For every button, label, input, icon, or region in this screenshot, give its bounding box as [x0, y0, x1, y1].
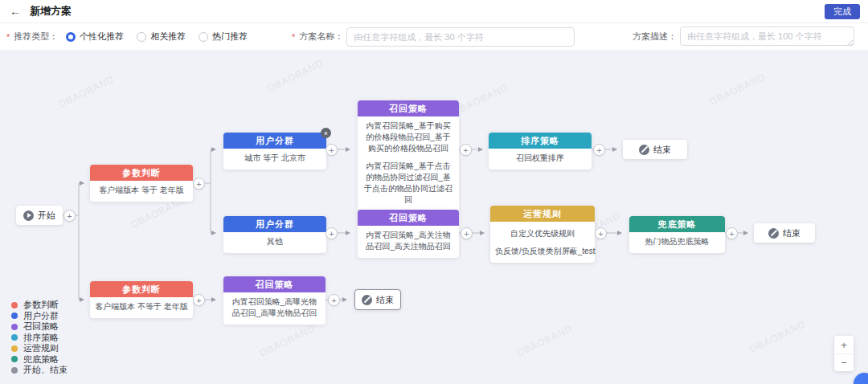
plan-desc-input[interactable] — [680, 27, 854, 46]
legend-item: 运营规则 — [11, 343, 68, 354]
node-header: 用户分群 — [223, 216, 326, 232]
add-node-button[interactable]: + — [461, 227, 473, 239]
radio-label: 相关推荐 — [150, 31, 186, 43]
node-body: 召回权重排序 — [489, 149, 592, 170]
node-body: 热门物品兜底策略 — [629, 232, 725, 253]
legend-label: 开始、结束 — [23, 364, 68, 376]
end-node-2[interactable]: 结束 — [754, 223, 815, 243]
zoom-controls: + − — [834, 336, 854, 371]
node-body: 客户端版本 不等于 老年版 — [90, 297, 193, 318]
node-recall-strategy-3[interactable]: 召回策略 内置召回策略_高曝光物品召回_高曝光物品召回 — [223, 276, 326, 325]
add-node-button[interactable]: + — [593, 144, 605, 156]
legend-dot — [11, 334, 18, 341]
node-operation-rule[interactable]: 运营规则 自定义优先级规则 负反馈/负反馈类别屏蔽_test — [490, 206, 595, 263]
node-header: 排序策略 — [489, 133, 592, 149]
radio-related[interactable]: 相关推荐 — [137, 31, 186, 43]
radio-selected-icon — [66, 32, 76, 42]
plan-name-label: 方案名称： — [299, 31, 343, 43]
node-header: 运营规则 — [490, 206, 595, 222]
start-icon — [23, 210, 34, 221]
node-sort-strategy[interactable]: 排序策略 召回权重排序 — [489, 133, 592, 170]
add-node-button[interactable]: + — [460, 144, 472, 156]
plan-desc-label: 方案描述： — [633, 31, 677, 43]
node-body: 其他 — [223, 232, 326, 253]
node-body: 自定义优先级规则 — [495, 228, 590, 239]
node-body: 客户端版本 等于 老年版 — [90, 181, 193, 202]
node-fallback-strategy[interactable]: 兜底策略 热门物品兜底策略 — [629, 216, 725, 253]
node-body: 内置召回策略_高曝光物品召回_高曝光物品召回 — [223, 292, 326, 325]
node-body: 内置召回策略_基于购买的价格段物品召回_基于购买的价格段物品召回 — [362, 121, 454, 154]
end-label: 结束 — [653, 144, 671, 156]
legend-item: 排序策略 — [11, 333, 68, 344]
zoom-in-button[interactable]: + — [834, 336, 854, 353]
end-label: 结束 — [376, 294, 394, 306]
add-node-button[interactable]: + — [63, 210, 76, 222]
form-bar: *推荐类型： 个性化推荐 相关推荐 热门推荐 *方案名称： 方案描述： — [0, 23, 868, 50]
recommend-type-group: *推荐类型： 个性化推荐 相关推荐 热门推荐 — [6, 23, 248, 50]
add-node-button[interactable]: + — [595, 227, 607, 239]
legend-item: 兜底策略 — [11, 354, 68, 366]
done-button[interactable]: 完成 — [825, 4, 860, 19]
node-header: 召回策略 — [358, 100, 459, 116]
add-node-button[interactable]: + — [726, 227, 738, 239]
node-recall-strategy-1[interactable]: 召回策略 内置召回策略_基于购买的价格段物品召回_基于购买的价格段物品召回 内置… — [358, 100, 459, 211]
node-header: 兜底策略 — [629, 216, 725, 232]
end-label: 结束 — [783, 227, 800, 239]
radio-icon — [199, 32, 208, 42]
start-node[interactable]: 开始 — [16, 206, 63, 225]
node-user-segment-1[interactable]: × 用户分群 城市 等于 北京市 — [223, 133, 326, 170]
plan-name-group: *方案名称： — [292, 23, 575, 50]
node-header: 召回策略 — [223, 276, 326, 292]
radio-hot[interactable]: 热门推荐 — [199, 31, 248, 43]
node-body: 城市 等于 北京市 — [223, 149, 326, 170]
legend-dot — [11, 356, 18, 362]
top-bar: ← 新增方案 完成 — [0, 0, 868, 23]
legend: 参数判断 用户分群 召回策略 排序策略 运营规则 兜底策略 开始、结束 — [11, 300, 68, 376]
legend-dot — [11, 313, 18, 319]
end-node-1[interactable]: 结束 — [623, 140, 687, 159]
plan-name-input[interactable] — [346, 27, 575, 47]
node-param-judge-2[interactable]: 参数判断 客户端版本 不等于 老年版 — [90, 281, 193, 318]
legend-dot — [11, 324, 18, 330]
required-mark: * — [292, 32, 295, 42]
legend-item: 参数判断 — [11, 300, 68, 311]
radio-personalized[interactable]: 个性化推荐 — [66, 31, 124, 43]
legend-dot — [11, 302, 18, 308]
plan-desc-group: 方案描述： — [633, 23, 854, 50]
start-label: 开始 — [38, 210, 55, 222]
legend-item: 召回策略 — [11, 321, 68, 333]
page-title: 新增方案 — [30, 4, 72, 18]
zoom-out-button[interactable]: − — [834, 353, 854, 371]
close-icon[interactable]: × — [321, 128, 331, 138]
node-body: 负反馈/负反馈类别屏蔽_test — [495, 246, 590, 257]
add-node-button[interactable]: + — [326, 227, 338, 239]
back-icon[interactable]: ← — [10, 6, 21, 17]
end-icon — [362, 295, 372, 305]
radio-label: 热门推荐 — [212, 31, 248, 43]
flow-canvas[interactable]: DBAOBAND DBAOBAND DBAOBAND DBAOBAND DBAO… — [0, 50, 868, 384]
end-icon — [639, 145, 649, 155]
node-body: 内置召回策略_基于点击的物品协同过滤召回_基于点击的物品协同过滤召回 — [362, 161, 454, 206]
node-header: 参数判断 — [90, 165, 193, 181]
end-node-3[interactable]: 结束 — [354, 289, 401, 310]
node-header: 参数判断 — [90, 281, 193, 297]
recommend-type-label: 推荐类型： — [14, 31, 58, 43]
end-icon — [768, 228, 779, 239]
legend-dot — [11, 367, 18, 374]
legend-dot — [11, 345, 18, 352]
legend-item: 用户分群 — [11, 311, 68, 322]
node-header: 召回策略 — [358, 210, 459, 226]
node-body: 内置召回策略_高关注物品召回_高关注物品召回 — [358, 226, 459, 258]
add-node-button[interactable]: + — [193, 178, 205, 190]
node-recall-strategy-2[interactable]: 召回策略 内置召回策略_高关注物品召回_高关注物品召回 — [358, 210, 459, 258]
node-user-segment-2[interactable]: 用户分群 其他 — [223, 216, 326, 253]
node-param-judge-1[interactable]: 参数判断 客户端版本 等于 老年版 — [90, 165, 193, 202]
add-node-button[interactable]: + — [328, 294, 340, 306]
radio-label: 个性化推荐 — [80, 31, 124, 43]
node-header: 用户分群 — [223, 133, 326, 149]
legend-item: 开始、结束 — [11, 365, 68, 376]
add-node-button[interactable]: + — [193, 294, 205, 306]
radio-icon — [137, 32, 146, 42]
add-node-button[interactable]: + — [326, 144, 338, 156]
required-mark: * — [6, 32, 10, 42]
